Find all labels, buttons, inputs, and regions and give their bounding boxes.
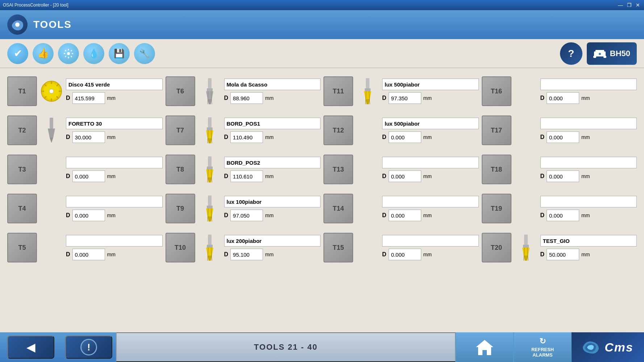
tool-d-t18[interactable] <box>547 171 579 182</box>
tool-d-t7[interactable] <box>230 131 263 143</box>
tool-name-t9[interactable] <box>224 196 321 207</box>
header-bar: TOOLS <box>0 10 644 39</box>
logo <box>7 14 28 35</box>
tool-d-t12[interactable] <box>389 131 421 143</box>
tool-button-t10[interactable]: T10 <box>166 233 195 262</box>
refresh-icon: ↻ <box>539 337 546 346</box>
tool-name-t7[interactable] <box>224 118 321 129</box>
window-controls[interactable]: — ❐ ✕ <box>617 2 641 8</box>
tool-name-t2[interactable] <box>66 118 163 129</box>
tool-button-t13[interactable]: T13 <box>323 155 353 184</box>
tool-button-t5[interactable]: T5 <box>7 233 37 262</box>
tool-button-t18[interactable]: T18 <box>482 155 511 184</box>
tool-row-t5: T5 D mm <box>7 230 163 266</box>
tools-21-40-label: TOOLS 21 - 40 <box>254 342 318 352</box>
tool-button-t16[interactable]: T16 <box>482 76 511 106</box>
tool-d-t2[interactable] <box>72 131 105 143</box>
tool-name-t13[interactable] <box>382 157 479 168</box>
tool-d-t14[interactable] <box>389 210 421 221</box>
drop-button[interactable]: 💧 <box>83 43 104 64</box>
d-unit-t14: mm <box>423 212 432 218</box>
tool-name-t1[interactable] <box>66 79 163 90</box>
help-button[interactable]: ? <box>560 42 582 65</box>
tool-name-t17[interactable] <box>540 118 637 129</box>
close-btn[interactable]: ✕ <box>635 2 641 8</box>
back-button[interactable]: ◀ <box>7 336 54 359</box>
tool-name-t8[interactable] <box>224 157 321 168</box>
tool-d-t15[interactable] <box>389 249 421 260</box>
tool-name-t20[interactable] <box>540 235 637 247</box>
home-button[interactable] <box>456 332 514 362</box>
tool-d-t20[interactable] <box>547 249 579 260</box>
d-unit-t9: mm <box>265 212 273 218</box>
tool-d-t13[interactable] <box>389 171 421 182</box>
machine-button[interactable]: BH50 <box>587 42 637 65</box>
tool-button-t17[interactable]: T17 <box>482 115 511 145</box>
check-button[interactable]: ✔ <box>7 43 28 64</box>
tool-d-t19[interactable] <box>547 210 579 221</box>
minimize-btn[interactable]: — <box>617 2 624 8</box>
tool-button-t20[interactable]: T20 <box>482 233 511 262</box>
d-unit-t5: mm <box>107 252 116 257</box>
tool-button-t2[interactable]: T2 <box>7 115 37 145</box>
tools-21-40-button[interactable]: TOOLS 21 - 40 <box>116 332 456 362</box>
tool-button-t1[interactable]: T1 <box>7 76 37 106</box>
tools-grid: T1 <box>7 73 637 327</box>
tool-name-t18[interactable] <box>540 157 637 168</box>
tool-image-t2 <box>39 115 64 145</box>
tool-row-t13: T13 D mm <box>323 151 479 188</box>
tool-row-t3: T3 D mm <box>7 151 163 188</box>
tool-d-t11[interactable] <box>389 92 421 104</box>
d-label-t5: D <box>66 251 70 258</box>
tool-row-t14: T14 D mm <box>323 190 479 227</box>
tool-button-t6[interactable]: T6 <box>166 76 195 106</box>
alert-button[interactable]: ! <box>65 336 112 359</box>
save-button[interactable]: 💾 <box>109 43 130 64</box>
tool-d-t8[interactable] <box>230 171 263 182</box>
tool-button-t11[interactable]: T11 <box>323 76 353 106</box>
tool-d-t6[interactable] <box>230 92 263 104</box>
tool-d-t4[interactable] <box>72 210 105 221</box>
tool-name-t19[interactable] <box>540 196 637 207</box>
d-label-t14: D <box>382 212 386 219</box>
tool-image-t10 <box>197 233 222 262</box>
tool-d-t17[interactable] <box>547 131 579 143</box>
settings-button[interactable] <box>58 43 79 64</box>
svg-marker-19 <box>48 129 55 138</box>
tool-button-t9[interactable]: T9 <box>166 194 195 223</box>
tool-d-t10[interactable] <box>230 249 263 260</box>
tool-button-t14[interactable]: T14 <box>323 194 353 223</box>
restore-btn[interactable]: ❐ <box>626 2 632 8</box>
wrench-button[interactable]: 🔧 <box>134 43 155 64</box>
tool-column-2: T6 D mm <box>166 73 321 327</box>
title-bar: OSAI ProcessController - [20 tool] — ❐ ✕ <box>0 0 644 10</box>
tool-name-t16[interactable] <box>540 79 637 90</box>
thumbsup-button[interactable]: 👍 <box>33 43 54 64</box>
tool-name-t12[interactable] <box>382 118 479 129</box>
tool-d-t1[interactable] <box>72 92 105 104</box>
tool-name-t14[interactable] <box>382 196 479 207</box>
tool-d-t5[interactable] <box>72 249 105 260</box>
tool-button-t7[interactable]: T7 <box>166 115 195 145</box>
tool-name-t11[interactable] <box>382 79 479 90</box>
tool-name-t5[interactable] <box>66 235 163 247</box>
d-label-t6: D <box>224 95 229 101</box>
tool-d-t3[interactable] <box>72 171 105 182</box>
tool-button-t15[interactable]: T15 <box>323 233 353 262</box>
tool-button-t12[interactable]: T12 <box>323 115 353 145</box>
tool-d-t16[interactable] <box>547 92 579 104</box>
svg-marker-30 <box>208 138 212 143</box>
tool-button-t8[interactable]: T8 <box>166 155 195 184</box>
tool-button-t3[interactable]: T3 <box>7 155 37 184</box>
tool-name-t6[interactable] <box>224 79 321 90</box>
tool-button-t19[interactable]: T19 <box>482 194 511 223</box>
d-unit-t1: mm <box>107 95 116 101</box>
d-label-t16: D <box>540 95 545 101</box>
tool-name-t3[interactable] <box>66 157 163 168</box>
tool-d-t9[interactable] <box>230 210 263 221</box>
refresh-alarms-button[interactable]: ↻ REFRESHALARMS <box>514 332 572 362</box>
tool-name-t4[interactable] <box>66 196 163 207</box>
tool-name-t15[interactable] <box>382 235 479 247</box>
tool-name-t10[interactable] <box>224 235 321 247</box>
tool-button-t4[interactable]: T4 <box>7 194 37 223</box>
